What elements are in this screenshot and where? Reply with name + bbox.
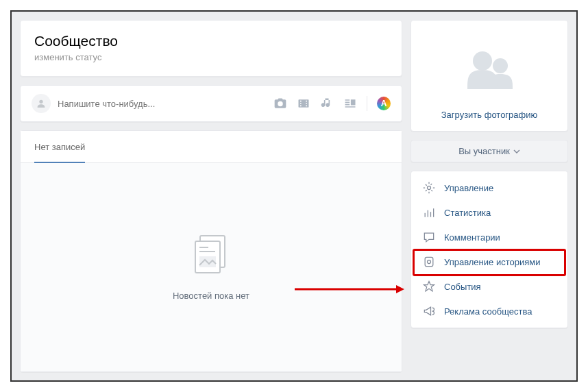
- feed-tabs: Нет записей: [21, 131, 402, 163]
- feed-body: Новостей пока нет: [21, 163, 402, 371]
- composer-attachments: [273, 96, 391, 111]
- video-icon[interactable]: [297, 97, 310, 110]
- menu-item-manage[interactable]: Управление: [411, 175, 567, 200]
- manage-menu-card: Управление Статистика Комментарии Управл…: [411, 171, 568, 328]
- avatar-icon: [32, 94, 51, 113]
- star-icon: [422, 280, 436, 293]
- divider: [367, 96, 367, 111]
- stats-icon: [422, 206, 436, 219]
- menu-item-stats[interactable]: Статистика: [411, 200, 567, 225]
- chevron-down-icon: [513, 148, 520, 155]
- svg-point-6: [473, 51, 492, 71]
- menu-label: Реклама сообщества: [444, 306, 532, 317]
- stories-icon: [422, 255, 436, 269]
- svg-point-14: [428, 260, 431, 264]
- article-icon[interactable]: [343, 97, 357, 110]
- svg-point-0: [39, 100, 42, 103]
- upload-photo-link[interactable]: Загрузить фотографию: [411, 110, 567, 120]
- svg-rect-13: [425, 257, 433, 266]
- menu-item-comments[interactable]: Комментарии: [411, 225, 567, 249]
- main-column: Сообщество изменить статус Нет записей: [20, 20, 402, 372]
- role-button-label: Вы участник: [458, 146, 510, 156]
- music-icon[interactable]: [320, 97, 334, 110]
- menu-label: События: [444, 282, 481, 292]
- composer-card[interactable]: [20, 85, 402, 122]
- role-button[interactable]: Вы участник: [411, 140, 568, 162]
- menu-item-events[interactable]: События: [411, 274, 567, 299]
- photo-placeholder-icon: [411, 42, 567, 96]
- community-header-card: Сообщество изменить статус: [20, 20, 402, 77]
- menu-label: Управление историями: [444, 257, 540, 267]
- community-title: Сообщество: [34, 33, 388, 49]
- menu-item-ads[interactable]: Реклама сообщества: [411, 299, 567, 323]
- menu-label: Комментарии: [444, 232, 500, 243]
- comment-icon: [422, 230, 436, 244]
- empty-feed-icon: [192, 234, 230, 278]
- svg-point-7: [493, 58, 508, 73]
- megaphone-icon: [422, 304, 436, 318]
- feed-empty-text: Новостей пока нет: [173, 291, 249, 301]
- change-status-link[interactable]: изменить статус: [34, 52, 388, 62]
- feed-card: Нет записей Новостей пока нет: [20, 130, 402, 372]
- tab-no-posts[interactable]: Нет записей: [34, 131, 85, 163]
- menu-item-stories[interactable]: Управление историями: [411, 249, 567, 274]
- side-column: Загрузить фотографию Вы участник Управле…: [411, 20, 568, 372]
- gear-icon: [422, 181, 436, 195]
- menu-label: Статистика: [444, 208, 491, 218]
- page-wrapper: Сообщество изменить статус Нет записей: [10, 10, 578, 382]
- camera-icon[interactable]: [273, 97, 287, 110]
- photo-upload-card: Загрузить фотографию: [411, 20, 568, 132]
- svg-point-8: [428, 186, 431, 190]
- menu-label: Управление: [444, 183, 493, 193]
- composer-input[interactable]: [58, 99, 267, 109]
- poster-icon[interactable]: [377, 97, 391, 110]
